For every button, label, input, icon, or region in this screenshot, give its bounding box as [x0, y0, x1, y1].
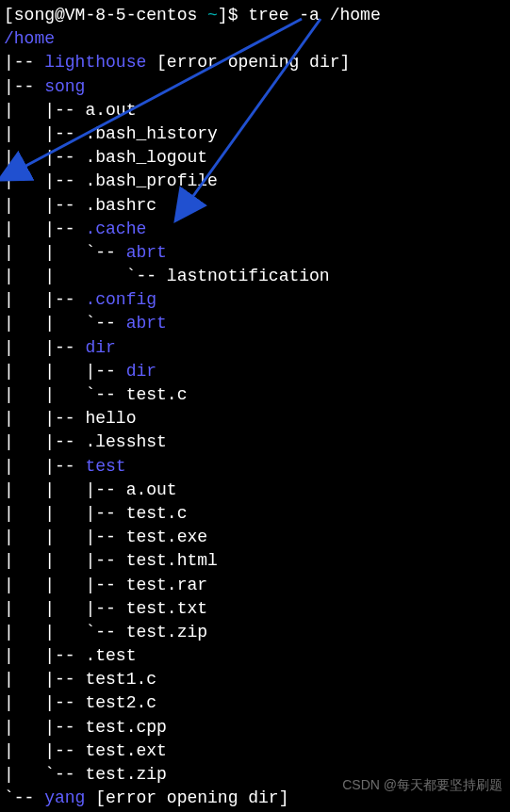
- tree-prefix: | |--: [4, 646, 85, 665]
- tree-entry: test.zip: [85, 765, 166, 784]
- prompt-user-host: song@VM-8-5-centos: [14, 6, 197, 24]
- tree-prefix: | | |--: [4, 362, 126, 381]
- tree-entry: dir: [126, 362, 156, 381]
- tree-prefix: | | |--: [4, 551, 126, 570]
- tree-entry: test.cpp: [85, 718, 166, 737]
- tree-prefix: | | |--: [4, 599, 126, 618]
- tree-prefix: | |--: [4, 670, 85, 689]
- tree-entry: .lesshst: [85, 432, 166, 451]
- prompt-bracket-open: [: [4, 6, 14, 24]
- tree-entry: .bash_history: [85, 124, 217, 143]
- tree-entry: test1.c: [85, 670, 156, 689]
- tree-prefix: | | |--: [4, 576, 126, 594]
- tree-entry: test.exe: [126, 528, 207, 546]
- tree-entry: test: [85, 457, 125, 476]
- tree-entry: song: [44, 77, 85, 96]
- tree-entry: a.out: [85, 101, 136, 120]
- tree-entry: test.c: [126, 385, 188, 404]
- tree-prefix: |--: [4, 77, 44, 96]
- tree-prefix: | | |--: [4, 504, 126, 523]
- tree-entry: .test: [85, 646, 136, 665]
- tree-prefix: |--: [4, 53, 44, 72]
- tree-prefix: | |--: [4, 693, 85, 712]
- tree-entry: .bash_profile: [85, 171, 217, 190]
- prompt-line: [song@VM-8-5-centos ~]$ tree -a /home: [4, 6, 381, 24]
- tree-suffix: [error opening dir]: [146, 53, 350, 72]
- tree-prefix: | |--: [4, 432, 85, 451]
- tree-entry: .bash_logout: [85, 148, 207, 167]
- tree-prefix: | | |--: [4, 528, 126, 546]
- tree-prefix: | |--: [4, 219, 85, 238]
- tree-prefix: | | `--: [4, 267, 167, 285]
- tree-prefix: | |--: [4, 171, 85, 190]
- tree-prefix: | | `--: [4, 243, 126, 262]
- tree-prefix: `--: [4, 788, 44, 807]
- tree-entry: abrt: [126, 243, 167, 262]
- tree-entry: lastnotification: [167, 267, 330, 285]
- tree-prefix: | |--: [4, 741, 85, 760]
- tree-prefix: | |--: [4, 718, 85, 737]
- tree-prefix: | |--: [4, 148, 85, 167]
- prompt-cwd: ~: [197, 6, 218, 24]
- tree-prefix: | |--: [4, 409, 85, 428]
- tree-entry: lighthouse: [44, 53, 146, 72]
- tree-root: /home: [4, 29, 55, 48]
- tree-entry: .bashrc: [85, 196, 156, 215]
- tree-entry: .cache: [85, 219, 146, 238]
- tree-prefix: | `--: [4, 765, 85, 784]
- tree-entry: test.html: [126, 551, 218, 570]
- tree-prefix: | | `--: [4, 314, 126, 333]
- tree-entry: test2.c: [85, 693, 156, 712]
- tree-entry: a.out: [126, 480, 177, 499]
- tree-entry: test.ext: [85, 741, 166, 760]
- tree-prefix: | |--: [4, 290, 85, 309]
- tree-entry: hello: [85, 409, 136, 428]
- terminal-output: [song@VM-8-5-centos ~]$ tree -a /home /h…: [4, 4, 506, 810]
- tree-prefix: | |--: [4, 196, 85, 215]
- tree-entry: abrt: [126, 314, 167, 333]
- tree-body: |-- lighthouse [error opening dir] |-- s…: [4, 53, 350, 807]
- tree-entry: test.txt: [126, 599, 207, 618]
- tree-entry: yang: [44, 788, 85, 807]
- tree-prefix: | | |--: [4, 480, 126, 499]
- tree-entry: .config: [85, 290, 156, 309]
- tree-prefix: | | `--: [4, 623, 126, 641]
- tree-entry: test.zip: [126, 623, 207, 641]
- prompt-bracket-close: ]$: [218, 6, 248, 24]
- tree-entry: dir: [85, 338, 115, 357]
- command-text: tree -a /home: [248, 6, 380, 24]
- tree-prefix: | |--: [4, 457, 85, 476]
- tree-suffix: [error opening dir]: [85, 788, 288, 807]
- tree-entry: test.rar: [126, 576, 207, 594]
- tree-entry: test.c: [126, 504, 188, 523]
- tree-prefix: | |--: [4, 124, 85, 143]
- tree-prefix: | | `--: [4, 385, 126, 404]
- tree-prefix: | |--: [4, 338, 85, 357]
- tree-prefix: | |--: [4, 101, 85, 120]
